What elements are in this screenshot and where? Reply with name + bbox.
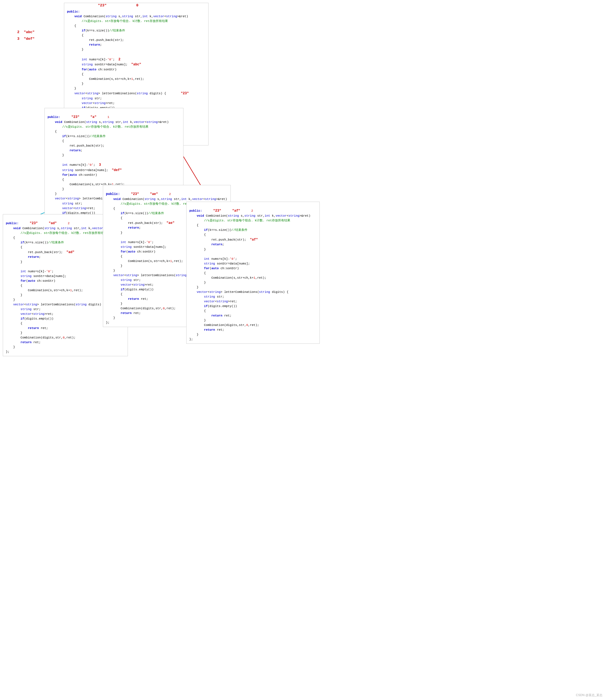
code-block-bottom-right: public: "23" "af" 2 void Combination(str… bbox=[186, 202, 320, 344]
label-3-def: 3 "def" bbox=[17, 37, 35, 41]
keyword-public: public: bbox=[67, 10, 80, 13]
label-top-0: 0 bbox=[136, 3, 138, 7]
watermark: CSDN @某志_某志 bbox=[576, 693, 603, 697]
label-top-23: "23" bbox=[98, 3, 107, 7]
label-2-abc: 2 "abc" bbox=[17, 30, 35, 34]
